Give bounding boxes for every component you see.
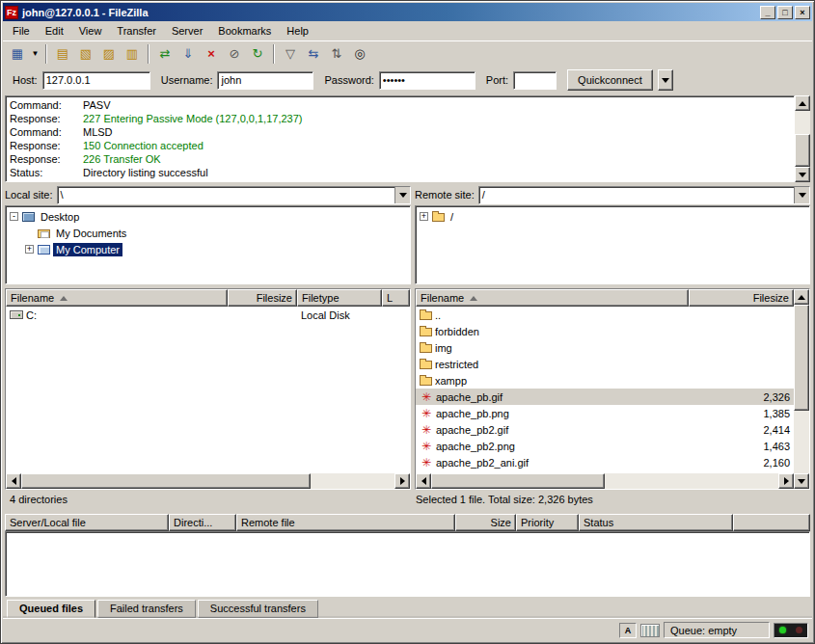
maximize-button[interactable]: □ [777,6,793,19]
remote-tree-toggle-icon[interactable]: ▨ [97,43,121,65]
queue-column-size[interactable]: Size [455,514,516,531]
activity-led-green [779,627,786,633]
scroll-track[interactable] [21,473,394,489]
host-input[interactable] [42,71,150,90]
minimize-button[interactable]: _ [760,6,775,19]
menu-help[interactable]: Help [279,22,316,40]
scroll-right-arrow[interactable] [778,473,794,489]
process-queue-icon[interactable]: ⇓ [177,43,200,65]
filter-icon[interactable]: ▽ [279,43,302,65]
remote-horizontal-scrollbar[interactable] [416,473,794,489]
scroll-down-arrow[interactable] [794,473,809,489]
menu-edit[interactable]: Edit [38,22,71,40]
local-site-combo[interactable]: \ [57,186,411,204]
scroll-track[interactable] [795,111,810,167]
menu-bookmarks[interactable]: Bookmarks [210,22,279,40]
file-name: apache_pb2_ani.gif [436,457,529,469]
local-tree-toggle-icon[interactable]: ▧ [74,43,97,65]
disconnect-icon[interactable]: ⊘ [223,43,246,65]
compare-icon[interactable]: ⇆ [302,43,325,65]
quickconnect-dropdown[interactable] [658,69,673,91]
reconnect-icon[interactable]: ↻ [246,43,269,65]
username-input[interactable] [217,71,313,90]
remote-file-row[interactable]: xampp [416,372,794,389]
log-message: 227 Entering Passive Mode (127,0,0,1,17,… [83,113,302,124]
password-input[interactable] [379,71,475,90]
remote-file-row[interactable]: ✳apache_pb.png1,385 [416,405,794,421]
find-icon[interactable]: ◎ [348,43,371,65]
queue-column-server-local-file[interactable]: Server/Local file [5,514,169,531]
scroll-track[interactable] [431,473,778,489]
scroll-thumb[interactable] [431,473,605,489]
queue-toggle-icon[interactable]: ▥ [121,43,144,65]
tree-item-root[interactable]: + / [418,208,807,225]
tab-queued-files[interactable]: Queued files [7,600,95,618]
column-header-filesize[interactable]: Filesize [689,289,794,307]
cancel-icon[interactable]: × [200,43,223,65]
column-header-filename[interactable]: Filename [416,289,689,307]
tab-successful-transfers[interactable]: Successful transfers [198,600,318,618]
remote-file-row[interactable]: ✳apache_pb2.png1,463 [416,438,794,454]
scroll-up-arrow[interactable] [795,95,810,111]
menu-file[interactable]: File [5,22,38,40]
image-file-icon: ✳ [420,442,433,451]
remote-site-dropdown[interactable] [794,187,809,203]
scroll-thumb[interactable] [21,473,311,489]
sync-browsing-icon[interactable]: ⇅ [325,43,348,65]
remote-vertical-scrollbar[interactable] [794,289,809,489]
remote-site-combo[interactable]: / [478,186,810,204]
close-button[interactable]: × [795,6,810,19]
collapse-icon[interactable]: - [10,212,18,221]
queue-column-direction[interactable]: Directi... [169,514,236,531]
expand-icon[interactable]: + [420,212,428,221]
transfer-type-icon[interactable]: A [619,623,637,638]
remote-file-row-selected[interactable]: ✳apache_pb.gif2,326 [416,389,794,405]
remote-file-row[interactable]: forbidden [416,323,794,339]
local-site-dropdown[interactable] [394,187,410,203]
port-input[interactable] [513,71,557,90]
scroll-up-arrow[interactable] [794,289,809,305]
site-manager-icon[interactable]: ▦ [6,43,29,65]
tree-item-my-computer[interactable]: + My Computer [8,241,408,257]
tree-item-desktop[interactable]: - Desktop [8,208,408,225]
scroll-thumb[interactable] [795,134,810,167]
scroll-track[interactable] [794,305,809,473]
column-header-last-modified[interactable]: L [382,289,410,307]
host-label: Host: [13,74,38,86]
title-bar[interactable]: Fz john@127.0.0.1 - FileZilla _ □ × [3,3,812,21]
expand-icon[interactable]: + [25,245,34,254]
scroll-left-arrow[interactable] [6,473,21,489]
scroll-thumb[interactable] [794,305,809,411]
encryption-icon[interactable] [640,624,660,637]
queue-list[interactable] [5,531,810,597]
message-log-toggle-icon[interactable]: ▤ [51,43,74,65]
remote-file-row[interactable]: ✳apache_pb2.gif2,414 [416,421,794,438]
scroll-right-arrow[interactable] [394,473,410,489]
queue-column-remote-file[interactable]: Remote file [236,514,455,531]
log-scrollbar[interactable] [795,95,810,182]
menu-view[interactable]: View [71,22,110,40]
queue-column-priority[interactable]: Priority [516,514,579,531]
tree-item-my-documents[interactable]: My Documents [8,225,408,241]
column-header-filesize[interactable]: Filesize [228,289,297,307]
scroll-left-arrow[interactable] [416,473,431,489]
image-file-icon: ✳ [420,392,433,402]
chevron-down-icon [799,193,806,198]
tab-failed-transfers[interactable]: Failed transfers [97,600,196,618]
remote-file-row[interactable]: restricted [416,356,794,372]
refresh-icon[interactable]: ⇄ [153,43,177,65]
menu-server[interactable]: Server [164,22,210,40]
column-header-filetype[interactable]: Filetype [297,289,382,307]
local-horizontal-scrollbar[interactable] [6,473,410,489]
remote-file-row[interactable]: .. [416,307,794,323]
remote-file-row[interactable]: img [416,339,794,356]
local-file-row[interactable]: C: Local Disk [6,307,410,323]
column-header-filename[interactable]: Filename [6,289,228,307]
menu-transfer[interactable]: Transfer [109,22,164,40]
file-size: 2,160 [689,457,794,469]
queue-column-status[interactable]: Status [579,514,733,531]
remote-file-row[interactable]: ✳apache_pb2_ani.gif2,160 [416,454,794,470]
scroll-down-arrow[interactable] [795,167,810,182]
quickconnect-button[interactable]: Quickconnect [567,69,653,91]
site-manager-dropdown-icon[interactable]: ▼ [29,43,41,65]
